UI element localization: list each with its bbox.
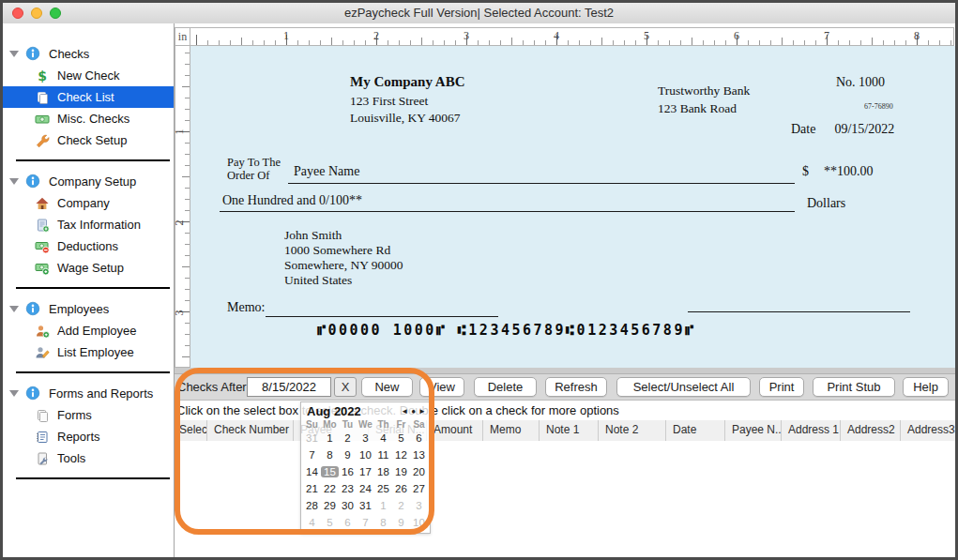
column-header-address-1[interactable]: Address 1 xyxy=(782,420,841,441)
expander-triangle-icon[interactable] xyxy=(9,178,19,185)
date-value: 09/15/2022 xyxy=(834,122,894,136)
calendar-day[interactable]: 26 xyxy=(392,483,410,494)
sidebar-item-tools[interactable]: Tools xyxy=(3,447,174,469)
calendar-day[interactable]: 30 xyxy=(339,500,357,511)
calendar-day[interactable]: 19 xyxy=(392,466,410,477)
calendar-day[interactable]: 24 xyxy=(357,483,374,494)
calendar-day[interactable]: 7 xyxy=(303,449,321,461)
column-header-date[interactable]: Date xyxy=(666,420,725,441)
calendar-day[interactable]: 8 xyxy=(374,517,392,528)
expander-triangle-icon[interactable] xyxy=(9,390,19,397)
sidebar-item-add-employee[interactable]: Add Employee xyxy=(3,320,174,341)
sidebar-section-company-setup[interactable]: Company Setup xyxy=(3,170,174,192)
sidebar-item-forms[interactable]: Forms xyxy=(3,404,174,426)
select-unselect-all-button[interactable]: Select/Unselect All xyxy=(616,377,751,397)
clear-date-button[interactable]: X xyxy=(334,377,357,397)
sidebar-section-employees[interactable]: Employees xyxy=(3,297,174,320)
column-header-memo[interactable]: Memo xyxy=(483,420,540,441)
calendar-day[interactable]: 27 xyxy=(410,483,428,494)
sidebar-item-deductions[interactable]: Deductions xyxy=(3,235,174,257)
calendar-day[interactable]: 31 xyxy=(357,500,374,511)
calendar-day[interactable]: 4 xyxy=(303,517,321,528)
calendar-day[interactable]: 8 xyxy=(321,449,339,461)
refresh-button[interactable]: Refresh xyxy=(545,377,607,397)
expander-triangle-icon[interactable] xyxy=(9,51,19,57)
column-header-note-2[interactable]: Note 2 xyxy=(599,420,666,441)
sidebar-item-misc-checks[interactable]: Misc. Checks xyxy=(3,108,174,129)
column-header-check-number[interactable]: Check Number xyxy=(207,420,294,441)
column-header-address-2[interactable]: Address2 xyxy=(841,420,901,441)
column-header-address-3[interactable]: Address3 xyxy=(901,420,955,441)
print-stub-button[interactable]: Print Stub xyxy=(813,377,895,397)
calendar-day[interactable]: 25 xyxy=(374,483,392,494)
calendar-day[interactable]: 5 xyxy=(321,517,339,528)
sidebar-item-company[interactable]: Company xyxy=(3,192,174,214)
sidebar-item-wage-setup[interactable]: Wage Setup xyxy=(3,257,174,279)
new-button[interactable]: New xyxy=(361,377,413,397)
window-title: ezPaycheck Full Version| Selected Accoun… xyxy=(3,3,955,23)
calendar-day[interactable]: 21 xyxy=(303,483,321,494)
column-header-amount[interactable]: Amount xyxy=(427,420,483,441)
calendar-next-icon[interactable]: ► xyxy=(418,407,426,416)
print-button[interactable]: Print xyxy=(759,377,804,397)
calendar-day[interactable]: 7 xyxy=(357,517,374,528)
calendar-day[interactable]: 14 xyxy=(303,466,321,477)
calendar-day[interactable]: 10 xyxy=(357,449,374,461)
calendar-prev-icon[interactable]: ◄ xyxy=(401,407,408,416)
calendar-day[interactable]: 2 xyxy=(392,500,410,511)
sidebar-item-check-setup[interactable]: Check Setup xyxy=(3,129,174,151)
sidebar-section-checks[interactable]: Checks xyxy=(3,42,174,65)
calendar-day[interactable]: 6 xyxy=(339,517,357,528)
sidebar-item-list-employee[interactable]: List Employee xyxy=(3,341,174,363)
calendar-day[interactable]: 31 xyxy=(303,432,321,444)
calendar-day[interactable]: 3 xyxy=(357,432,374,444)
pages-icon xyxy=(35,408,50,423)
calendar-day[interactable]: 5 xyxy=(392,432,410,444)
expander-triangle-icon[interactable] xyxy=(9,306,19,312)
calendar-day[interactable]: 16 xyxy=(339,466,357,477)
dollars-label: Dollars xyxy=(807,196,845,211)
calendar-day[interactable]: 18 xyxy=(374,466,392,477)
delete-button[interactable]: Delete xyxy=(474,377,537,397)
calendar-day[interactable]: 23 xyxy=(339,483,357,494)
calendar-day[interactable]: 28 xyxy=(303,500,321,511)
column-header-select[interactable]: Select xyxy=(175,420,207,441)
sidebar-item-label: Reports xyxy=(57,430,100,444)
sidebar-divider xyxy=(16,477,170,479)
pay-to-label: Pay To The Order Of xyxy=(227,156,281,182)
calendar-day[interactable]: 12 xyxy=(392,449,410,461)
calendar-today-dot-icon[interactable]: ● xyxy=(411,407,416,416)
calendar-day-selected[interactable]: 15 xyxy=(321,466,339,477)
sidebar-item-tax-information[interactable]: Tax Information xyxy=(3,214,174,235)
memo-underline xyxy=(266,316,498,317)
checks-after-date-input[interactable]: 8/15/2022 xyxy=(247,377,331,397)
calendar-day[interactable]: 20 xyxy=(410,466,428,477)
calendar-day[interactable]: 9 xyxy=(392,517,410,528)
calendar-day[interactable]: 11 xyxy=(374,449,392,461)
date-label: Date xyxy=(791,122,815,136)
sidebar-item-check-list[interactable]: Check List xyxy=(3,86,174,108)
check-table-body[interactable] xyxy=(175,441,955,557)
calendar-day[interactable]: 4 xyxy=(374,432,392,444)
calendar-day[interactable]: 1 xyxy=(374,500,392,511)
calendar-day[interactable]: 13 xyxy=(410,449,428,461)
payee-address-block: John Smith 1000 Somewhere Rd Somewhere, … xyxy=(284,228,403,288)
column-header-note-1[interactable]: Note 1 xyxy=(540,420,599,441)
calendar-day[interactable]: 6 xyxy=(410,432,428,444)
calendar-day[interactable]: 17 xyxy=(357,466,374,477)
view-button[interactable]: View xyxy=(419,377,464,397)
sidebar-item-reports[interactable]: Reports xyxy=(3,426,174,447)
calendar-day[interactable]: 22 xyxy=(321,483,339,494)
calendar-day[interactable]: 9 xyxy=(339,449,357,461)
app-window: ezPaycheck Full Version| Selected Accoun… xyxy=(0,0,958,560)
info-icon xyxy=(25,174,40,189)
calendar-day[interactable]: 3 xyxy=(410,500,428,511)
sidebar-item-new-check[interactable]: $ New Check xyxy=(3,65,174,86)
sidebar-section-forms-and-reports[interactable]: Forms and Reports xyxy=(3,382,174,404)
calendar-day[interactable]: 10 xyxy=(410,517,428,528)
calendar-day[interactable]: 1 xyxy=(321,432,339,444)
help-button[interactable]: Help xyxy=(903,377,949,397)
calendar-day[interactable]: 2 xyxy=(339,432,357,444)
column-header-payee-n[interactable]: Payee N... xyxy=(725,420,782,441)
calendar-day[interactable]: 29 xyxy=(321,500,339,511)
